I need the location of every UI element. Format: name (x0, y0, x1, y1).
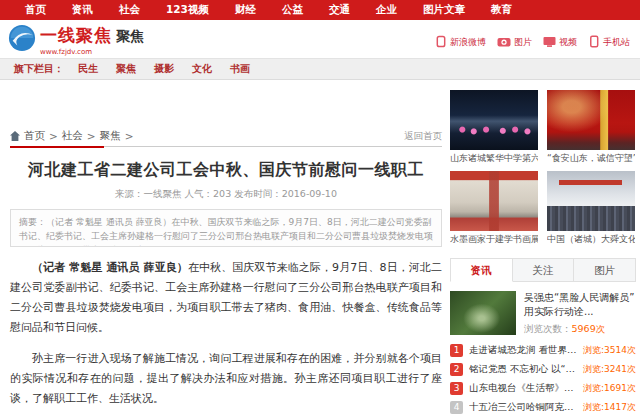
featured-views-value: 5969次 (572, 323, 606, 334)
list-item: 4 十五冶三公司哈铜阿克托盖项目 浏览:1417次 (450, 400, 636, 415)
gallery-caption[interactable]: 水墨画家于建学书画展在 (450, 233, 538, 246)
rank-badge: 3 (450, 382, 463, 395)
gallery-item: 水墨画家于建学书画展在 (450, 171, 538, 246)
list-item-title[interactable]: 走进诸城恐龙涧 看世界地质奇观 (469, 344, 579, 357)
video-link[interactable]: 视频 (543, 33, 577, 52)
gallery-caption[interactable]: 中国（诸城）大舜文化节 (547, 233, 635, 246)
site-logo[interactable]: 一线聚焦 聚焦 www.fzjdv.com (8, 24, 144, 56)
gallery-item: “食安山东，诚信守望” (547, 90, 635, 165)
topnav-item-enterprise[interactable]: 企业 (363, 3, 410, 17)
article-meta: 来源：一线聚焦 人气：203 发布时间：2016-09-10 (10, 188, 442, 201)
pictures-link[interactable]: 图片 (497, 33, 532, 52)
topnav-item-charity[interactable]: 公益 (269, 3, 316, 17)
mobile-icon (588, 33, 600, 52)
topnav-item-123video[interactable]: 123视频 (153, 3, 222, 17)
video-icon (543, 33, 556, 52)
gallery-caption[interactable]: “食安山东，诚信守望” (547, 152, 635, 165)
gallery-thumbnail-stage[interactable] (450, 90, 538, 150)
featured-news-item: 吴强忠“黑脸人民调解员”用实际行动诠... 浏览次数：5969次 (450, 291, 636, 336)
topnav-item-finance[interactable]: 财经 (222, 3, 269, 17)
weibo-icon (435, 33, 447, 52)
photo-gallery: 山东诸城繁华中学第六届 “食安山东，诚信守望” 水墨画家于建学书画展在 中国（诸… (450, 90, 636, 246)
breadcrumb-home[interactable]: 首页 (24, 129, 45, 143)
list-item-views: 浏览:3241次 (583, 363, 636, 376)
back-to-home-link[interactable]: 返回首页 (404, 130, 442, 143)
featured-body: 吴强忠“黑脸人民调解员”用实际行动诠... 浏览次数：5969次 (524, 291, 636, 336)
article-paragraph-1: （记者 常魁星 通讯员 薛亚良）在中秋、国庆双节来临之际，9月7日、8日，河北二… (10, 258, 442, 338)
logo-text-block: 一线聚焦 聚焦 www.fzjdv.com (40, 24, 144, 56)
list-item-views: 浏览:3514次 (583, 344, 636, 357)
tab-news[interactable]: 资讯 (450, 258, 513, 282)
top-navigation: 首页 资讯 社会 123视频 财经 公益 交通 企业 图片文章 教育 (0, 0, 640, 20)
list-item-views: 浏览:1691次 (583, 382, 636, 395)
weibo-label: 新浪微博 (450, 36, 486, 49)
subnav-item-calligraphy[interactable]: 书画 (230, 62, 250, 76)
camera-icon (497, 33, 511, 52)
list-item-title[interactable]: 山东电视台《生活帮》摄制组来 (469, 382, 579, 395)
topnav-item-news[interactable]: 资讯 (59, 3, 106, 17)
rank-badge: 2 (450, 363, 463, 376)
list-item: 1 走进诸城恐龙涧 看世界地质奇观 浏览:3514次 (450, 343, 636, 358)
globe-logo-icon (8, 24, 36, 56)
subnav-item-minsheng[interactable]: 民生 (78, 62, 98, 76)
featured-title[interactable]: 吴强忠“黑脸人民调解员”用实际行动诠... (524, 291, 636, 319)
subnav-item-jujiao[interactable]: 聚焦 (116, 62, 136, 76)
subnav-label: 旗下栏目： (14, 62, 64, 76)
mobile-site-label: 手机站 (603, 36, 630, 49)
gallery-item: 山东诸城繁华中学第六届 (450, 90, 538, 165)
video-label: 视频 (559, 36, 577, 49)
topnav-item-society[interactable]: 社会 (106, 3, 153, 17)
subnav-item-culture[interactable]: 文化 (192, 62, 212, 76)
tab-follow[interactable]: 关注 (513, 258, 575, 282)
ranked-news-list: 1 走进诸城恐龙涧 看世界地质奇观 浏览:3514次 2 铭记党恩 不忘初心 以… (450, 343, 636, 420)
list-item-views: 浏览:1417次 (583, 401, 636, 414)
gallery-thumbnail-building[interactable] (450, 171, 538, 231)
site-header: 一线聚焦 聚焦 www.fzjdv.com 新浪微博 图片 (0, 20, 640, 58)
list-item-title[interactable]: 铭记党恩 不忘初心 以“四讲四 (469, 363, 579, 376)
list-item: 3 山东电视台《生活帮》摄制组来 浏览:1691次 (450, 381, 636, 396)
article-title: 河北建工省二建公司工会中秋、国庆节前慰问一线职工 (10, 160, 442, 181)
sidebar: 山东诸城繁华中学第六届 “食安山东，诚信守望” 水墨画家于建学书画展在 中国（诸… (450, 90, 636, 420)
breadcrumb-separator: > (87, 130, 96, 142)
weibo-link[interactable]: 新浪微博 (435, 33, 486, 52)
tab-pictures[interactable]: 图片 (574, 258, 636, 282)
logo-sub-text: 聚焦 (116, 28, 144, 46)
gallery-caption[interactable]: 山东诸城繁华中学第六届 (450, 152, 538, 165)
breadcrumb-separator: > (49, 130, 58, 142)
gallery-thumbnail-red-banner[interactable] (547, 90, 635, 150)
home-icon (10, 131, 20, 141)
rank-badge: 1 (450, 344, 463, 357)
sub-navigation: 旗下栏目： 民生 聚焦 摄影 文化 书画 (0, 58, 640, 80)
breadcrumb-jujiao[interactable]: 聚焦 (100, 129, 121, 143)
gallery-thumbnail-crowd[interactable] (547, 171, 635, 231)
topnav-item-home[interactable]: 首页 (12, 3, 59, 17)
logo-main-text: 一线聚焦 (40, 24, 112, 47)
breadcrumb-society[interactable]: 社会 (62, 129, 83, 143)
topnav-item-education[interactable]: 教育 (478, 3, 525, 17)
featured-views: 浏览次数：5969次 (524, 323, 636, 336)
mobile-site-link[interactable]: 手机站 (588, 33, 630, 52)
breadcrumb-red-underline (10, 146, 104, 148)
article-summary: 摘要：（记者 常魁星 通讯员 薛亚良）在中秋、国庆双节来临之际，9月7日、8日，… (10, 209, 442, 247)
header-quicklinks: 新浪微博 图片 视频 手机站 (435, 33, 630, 52)
breadcrumb: 首页 > 社会 > 聚焦 > 返回首页 (10, 126, 442, 147)
gallery-item: 中国（诸城）大舜文化节 (547, 171, 635, 246)
rank-badge: 4 (450, 401, 463, 414)
featured-thumbnail-forest[interactable] (450, 291, 516, 335)
pictures-label: 图片 (514, 36, 532, 49)
topnav-item-photo-articles[interactable]: 图片文章 (410, 3, 478, 17)
article-column: 首页 > 社会 > 聚焦 > 返回首页 河北建工省二建公司工会中秋、国庆节前慰问… (10, 126, 442, 420)
list-item-title[interactable]: 十五冶三公司哈铜阿克托盖项目 (469, 401, 579, 414)
article-paragraph-2: 孙主席一行进入现场了解施工情况，询问工程进展和存在的困难，并分别就各个项目的实际… (10, 349, 442, 409)
sidebar-tabs: 资讯 关注 图片 (450, 258, 636, 282)
breadcrumb-separator: > (125, 130, 134, 142)
logo-url-text: www.fzjdv.com (40, 48, 144, 56)
page: 首页 资讯 社会 123视频 财经 公益 交通 企业 图片文章 教育 一线聚焦 … (0, 0, 640, 420)
topnav-item-traffic[interactable]: 交通 (316, 3, 363, 17)
subnav-item-photography[interactable]: 摄影 (154, 62, 174, 76)
featured-views-label: 浏览次数： (524, 323, 572, 334)
reporter-byline: （记者 常魁星 通讯员 薛亚良） (32, 261, 188, 274)
list-item: 2 铭记党恩 不忘初心 以“四讲四 浏览:3241次 (450, 362, 636, 377)
